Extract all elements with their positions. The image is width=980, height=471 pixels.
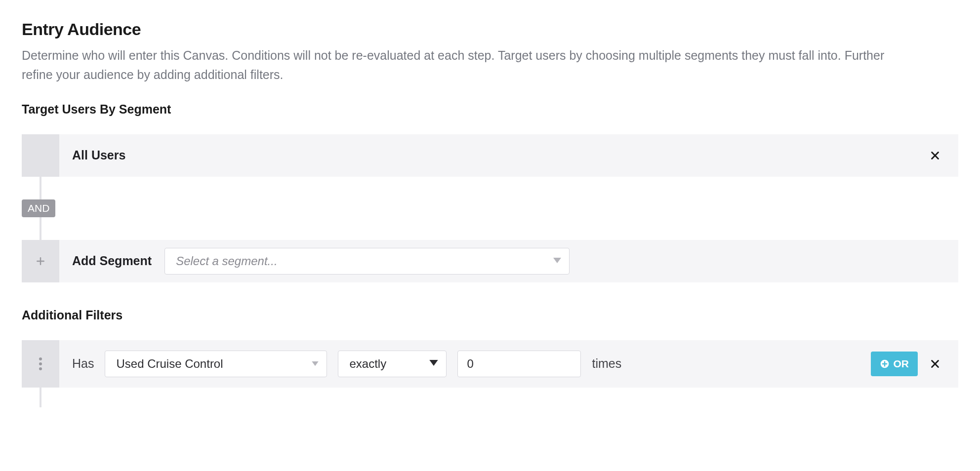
additional-filters-section: Additional Filters Has Used Cruise Contr…	[22, 308, 958, 388]
filter-stack: Has Used Cruise Control exactly times	[22, 340, 958, 388]
svg-point-5	[39, 357, 42, 360]
close-icon	[930, 150, 940, 161]
svg-point-6	[39, 362, 42, 365]
filter-suffix: times	[592, 356, 621, 371]
caret-down-icon	[553, 257, 561, 266]
svg-marker-9	[430, 360, 438, 366]
add-segment-label: Add Segment	[72, 254, 152, 268]
additional-filters-heading: Additional Filters	[22, 308, 958, 322]
filter-prefix: Has	[72, 356, 94, 371]
or-button-label: OR	[894, 358, 909, 370]
filter-body: Has Used Cruise Control exactly times	[59, 340, 958, 388]
svg-point-7	[39, 367, 42, 370]
segment-row: All Users	[22, 134, 958, 177]
remove-filter-button[interactable]	[927, 355, 943, 372]
plus-circle-icon	[880, 359, 890, 369]
segment-body: All Users	[59, 134, 958, 177]
segment-name: All Users	[72, 148, 125, 162]
svg-marker-4	[553, 258, 561, 263]
segment-select[interactable]: Select a segment...	[164, 248, 570, 275]
plus-icon	[36, 256, 45, 266]
svg-marker-8	[312, 361, 319, 366]
filter-event-select[interactable]: Used Cruise Control	[105, 351, 327, 377]
add-segment-row: Add Segment Select a segment...	[22, 240, 958, 282]
close-icon	[930, 358, 940, 369]
segment-stack: All Users AND Add Segment Select a segme…	[22, 134, 958, 282]
add-or-button[interactable]: OR	[871, 352, 918, 376]
target-segments-heading: Target Users By Segment	[22, 102, 958, 117]
caret-down-icon	[429, 359, 438, 368]
filter-event-value: Used Cruise Control	[116, 357, 223, 371]
segment-connector-spacer: AND	[22, 177, 958, 240]
filter-drag-handle[interactable]	[22, 340, 59, 388]
filter-comparator-value: exactly	[349, 357, 386, 371]
page-title: Entry Audience	[22, 20, 958, 39]
page-description: Determine who will enter this Canvas. Co…	[22, 46, 911, 84]
filter-row: Has Used Cruise Control exactly times	[22, 340, 958, 388]
segment-select-placeholder: Select a segment...	[176, 254, 277, 268]
add-segment-body: Add Segment Select a segment...	[59, 240, 958, 282]
remove-segment-button[interactable]	[927, 147, 943, 164]
drag-handle-icon	[39, 357, 42, 371]
add-segment-handle	[22, 240, 59, 282]
and-connector-badge: AND	[22, 199, 55, 217]
caret-down-icon	[312, 359, 319, 368]
segment-handle[interactable]	[22, 134, 59, 177]
filter-count-input[interactable]	[457, 351, 581, 377]
filter-comparator-select[interactable]: exactly	[338, 351, 447, 377]
